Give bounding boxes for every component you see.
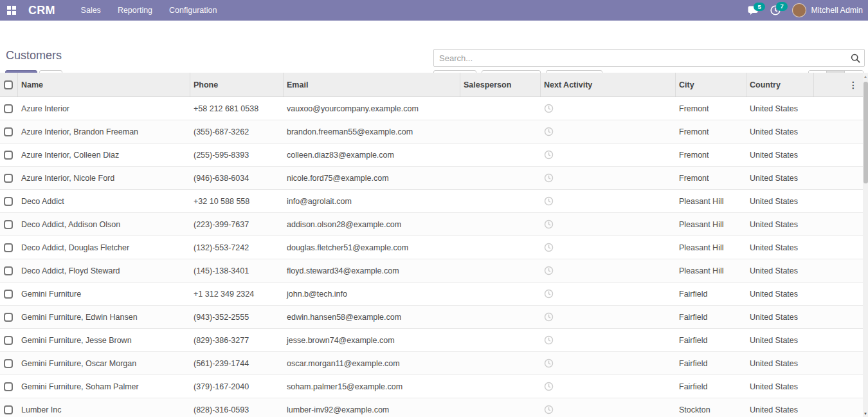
cell-phone: (943)-352-2555 xyxy=(190,313,284,322)
schedule-activity-clock-icon[interactable] xyxy=(544,382,554,391)
schedule-activity-clock-icon[interactable] xyxy=(544,358,554,368)
schedule-activity-clock-icon[interactable] xyxy=(544,266,554,275)
header-phone[interactable]: Phone xyxy=(190,73,284,97)
cell-email: jesse.brown74@example.com xyxy=(284,336,460,345)
top-navbar: CRM Sales Reporting Configuration 5 7 Mi… xyxy=(0,0,868,21)
header-city[interactable]: City xyxy=(676,73,746,97)
row-checkbox[interactable] xyxy=(4,266,13,275)
header-salesperson[interactable]: Salesperson xyxy=(460,73,541,97)
cell-phone: (255)-595-8393 xyxy=(190,151,284,160)
row-checkbox[interactable] xyxy=(4,359,13,368)
row-checkbox[interactable] xyxy=(4,243,13,252)
row-checkbox[interactable] xyxy=(4,290,13,299)
activities-button[interactable]: 7 xyxy=(770,5,781,15)
cell-country: United States xyxy=(746,197,814,206)
table-row[interactable]: Gemini Furniture +1 312 349 2324 john.b@… xyxy=(0,283,863,306)
row-select-cell xyxy=(0,127,18,136)
row-checkbox[interactable] xyxy=(4,151,13,160)
cell-city: Fairfield xyxy=(676,382,746,391)
table-row[interactable]: Gemini Furniture, Oscar Morgan (561)-239… xyxy=(0,352,863,375)
menu-sales[interactable]: Sales xyxy=(81,6,101,15)
schedule-activity-clock-icon[interactable] xyxy=(544,243,554,252)
row-select-cell xyxy=(0,150,18,160)
vertical-scrollbar[interactable]: ▲ ▼ xyxy=(863,73,868,417)
select-all-checkbox[interactable] xyxy=(4,80,13,89)
table-row[interactable]: Azure Interior, Brandon Freeman (355)-68… xyxy=(0,120,863,144)
table-row[interactable]: Azure Interior, Colleen Diaz (255)-595-8… xyxy=(0,144,863,167)
row-select-cell xyxy=(0,219,18,229)
header-next-activity[interactable]: Next Activity xyxy=(541,73,676,97)
schedule-activity-clock-icon[interactable] xyxy=(544,127,554,136)
cell-next-activity xyxy=(541,104,676,113)
table-row[interactable]: Azure Interior +58 212 681 0538 vauxoo@y… xyxy=(0,97,863,120)
messages-button[interactable]: 5 xyxy=(748,6,759,15)
row-checkbox[interactable] xyxy=(4,174,13,183)
cell-name: Deco Addict, Addison Olson xyxy=(18,220,190,229)
cell-phone: (145)-138-3401 xyxy=(190,266,284,275)
user-menu[interactable]: Mitchell Admin xyxy=(792,3,863,17)
cell-city: Fremont xyxy=(676,151,746,160)
schedule-activity-clock-icon[interactable] xyxy=(544,335,554,345)
app-name[interactable]: CRM xyxy=(28,4,55,17)
cell-phone: +58 212 681 0538 xyxy=(190,104,284,113)
row-checkbox[interactable] xyxy=(4,197,13,206)
row-select-cell xyxy=(0,266,18,275)
table-row[interactable]: Deco Addict, Floyd Steward (145)-138-340… xyxy=(0,259,863,283)
row-checkbox[interactable] xyxy=(4,220,13,229)
scrollbar-down-arrow[interactable]: ▼ xyxy=(863,411,868,416)
schedule-activity-clock-icon[interactable] xyxy=(544,173,554,183)
menu-reporting[interactable]: Reporting xyxy=(118,6,152,15)
search-input[interactable] xyxy=(434,53,846,63)
row-checkbox[interactable] xyxy=(4,336,13,345)
table-row[interactable]: Deco Addict, Addison Olson (223)-399-763… xyxy=(0,213,863,236)
row-checkbox[interactable] xyxy=(4,405,13,414)
row-select-cell xyxy=(0,405,18,414)
schedule-activity-clock-icon[interactable] xyxy=(544,289,554,299)
row-checkbox[interactable] xyxy=(4,127,13,136)
cell-next-activity xyxy=(541,289,676,299)
table-row[interactable]: Lumber Inc (828)-316-0593 lumber-inv92@e… xyxy=(0,398,863,417)
cell-city: Pleasant Hill xyxy=(676,243,746,252)
scrollbar-up-arrow[interactable]: ▲ xyxy=(863,74,868,79)
cell-email: oscar.morgan11@example.com xyxy=(284,359,460,368)
schedule-activity-clock-icon[interactable] xyxy=(544,312,554,322)
table-row[interactable]: Gemini Furniture, Jesse Brown (829)-386-… xyxy=(0,329,863,352)
cell-phone: (379)-167-2040 xyxy=(190,382,284,391)
optional-columns-icon[interactable]: ⋮ xyxy=(849,80,858,89)
cell-country: United States xyxy=(746,174,814,183)
row-checkbox[interactable] xyxy=(4,313,13,322)
table-row[interactable]: Gemini Furniture, Edwin Hansen (943)-352… xyxy=(0,306,863,329)
header-email[interactable]: Email xyxy=(284,73,460,97)
table-header-row: Name Phone Email Salesperson Next Activi… xyxy=(0,73,863,97)
cell-country: United States xyxy=(746,220,814,229)
schedule-activity-clock-icon[interactable] xyxy=(544,196,554,206)
header-country[interactable]: Country xyxy=(746,73,814,97)
cell-country: United States xyxy=(746,127,814,136)
table-row[interactable]: Gemini Furniture, Soham Palmer (379)-167… xyxy=(0,375,863,398)
cell-city: Fremont xyxy=(676,127,746,136)
select-all-cell xyxy=(0,73,18,97)
table-row[interactable]: Deco Addict, Douglas Fletcher (132)-553-… xyxy=(0,236,863,259)
row-checkbox[interactable] xyxy=(4,382,13,391)
row-checkbox[interactable] xyxy=(4,104,13,113)
scrollbar-thumb[interactable] xyxy=(863,82,868,183)
cell-name: Azure Interior, Nicole Ford xyxy=(18,174,190,183)
cell-country: United States xyxy=(746,151,814,160)
table-row[interactable]: Azure Interior, Nicole Ford (946)-638-60… xyxy=(0,167,863,190)
schedule-activity-clock-icon[interactable] xyxy=(544,104,554,113)
cell-email: info@agrolait.com xyxy=(284,197,460,206)
cell-city: Fairfield xyxy=(676,336,746,345)
cell-email: colleen.diaz83@example.com xyxy=(284,151,460,160)
cell-name: Azure Interior, Brandon Freeman xyxy=(18,127,190,136)
menu-configuration[interactable]: Configuration xyxy=(169,6,217,15)
row-select-cell xyxy=(0,335,18,345)
header-name[interactable]: Name xyxy=(18,73,190,97)
apps-menu-icon[interactable] xyxy=(1,0,22,21)
schedule-activity-clock-icon[interactable] xyxy=(544,150,554,160)
table-row[interactable]: Deco Addict +32 10 588 558 info@agrolait… xyxy=(0,190,863,213)
schedule-activity-clock-icon[interactable] xyxy=(544,405,554,414)
search-icon[interactable] xyxy=(846,50,864,66)
cell-city: Fairfield xyxy=(676,290,746,299)
cell-email: floyd.steward34@example.com xyxy=(284,266,460,275)
schedule-activity-clock-icon[interactable] xyxy=(544,219,554,229)
